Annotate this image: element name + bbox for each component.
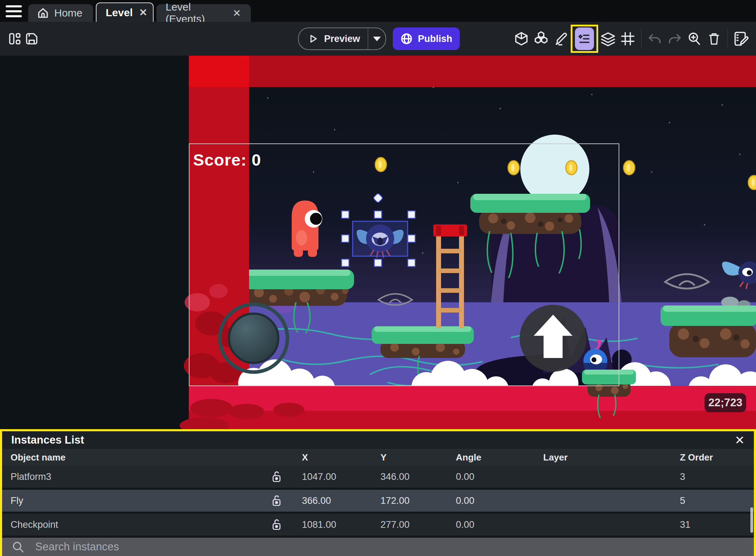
3d-box-button[interactable]	[512, 27, 531, 50]
instance-z-order[interactable]: 3	[680, 471, 754, 482]
instance-z-order[interactable]: 5	[680, 495, 754, 506]
coordinates-badge: 22;723	[705, 393, 746, 412]
grid-icon	[620, 31, 636, 47]
objects-button[interactable]	[531, 27, 551, 50]
instance-x[interactable]: 366.00	[302, 495, 380, 506]
menu-icon[interactable]	[6, 5, 22, 17]
layout-icon	[7, 31, 23, 47]
instance-x[interactable]: 1047.00	[302, 471, 380, 482]
tab-level-events[interactable]: Level (Events) ✕	[156, 4, 251, 22]
instance-angle[interactable]: 0.00	[456, 471, 543, 482]
instance-y[interactable]: 346.00	[380, 471, 456, 482]
search-input[interactable]	[35, 540, 745, 553]
jump-button[interactable]	[520, 305, 587, 372]
red-zone-wall[interactable]	[184, 56, 249, 429]
instance-angle[interactable]: 0.00	[456, 519, 543, 530]
red-zone-bottom[interactable]	[180, 386, 756, 429]
instance-name: Platform3	[2, 471, 263, 482]
platform[interactable]	[661, 297, 756, 357]
column-layer: Layer	[543, 452, 680, 463]
scrollbar[interactable]	[750, 507, 753, 533]
instances-list-icon	[575, 27, 594, 50]
column-object-name: Object name	[2, 452, 263, 463]
edit-properties-button[interactable]	[731, 27, 751, 50]
panel-title: Instances List	[11, 434, 735, 446]
table-row-platform3[interactable]: Platform3 1047.00 346.00 0.00 3	[2, 466, 754, 488]
tab-label: Level	[106, 7, 133, 19]
app-window: Home Level ✕ Level (Events) ✕	[0, 0, 756, 556]
instance-y[interactable]: 277.00	[380, 519, 456, 530]
column-angle: Angle	[456, 452, 543, 463]
cube-icon	[513, 31, 529, 47]
preview-label: Preview	[324, 33, 360, 44]
undo-icon	[647, 31, 663, 47]
publish-label: Publish	[418, 33, 452, 44]
toolbar: Preview Publish	[0, 22, 756, 56]
close-panel-icon[interactable]: ✕	[735, 434, 745, 446]
instances-list-panel: Instances List ✕ Object name X Y Angle L…	[0, 429, 756, 556]
moon[interactable]	[520, 135, 589, 204]
unlock-icon[interactable]	[263, 518, 302, 532]
tab-label: Home	[54, 7, 82, 19]
column-y: Y	[380, 452, 456, 463]
pencil-icon	[553, 31, 569, 47]
close-tab-icon[interactable]: ✕	[232, 7, 242, 19]
play-icon	[308, 33, 318, 44]
joystick-control[interactable]	[220, 304, 287, 372]
column-z-order: Z Order	[680, 452, 754, 463]
instances-table-header: Object name X Y Angle Layer Z Order	[2, 449, 754, 466]
instance-z-order[interactable]: 31	[680, 519, 754, 530]
instance-name: Fly	[2, 495, 263, 506]
undo-button[interactable]	[645, 27, 665, 50]
zoom-in-icon	[686, 31, 702, 47]
zoom-button[interactable]	[684, 27, 704, 50]
trash-icon	[706, 31, 722, 47]
toolbar-separator	[727, 29, 728, 49]
redo-icon	[667, 31, 683, 47]
notebook-edit-icon	[733, 30, 750, 47]
home-icon	[37, 7, 49, 19]
cubes-icon	[533, 30, 550, 47]
table-row-fly-selected[interactable]: Fly 366.00 172.00 0.00 5	[2, 490, 754, 512]
red-zone-top[interactable]	[189, 56, 756, 87]
layers-icon	[600, 30, 616, 47]
instance-x[interactable]: 1081.00	[302, 519, 380, 530]
panel-title-row: Instances List ✕	[2, 431, 754, 449]
edit-button[interactable]	[551, 27, 571, 50]
tab-home[interactable]: Home	[28, 4, 93, 22]
instance-y[interactable]: 172.00	[380, 495, 456, 506]
close-tab-icon[interactable]: ✕	[138, 7, 148, 18]
score-text: Score: 0	[193, 150, 261, 169]
publish-button[interactable]: Publish	[393, 27, 460, 50]
instances-rows: Platform3 1047.00 346.00 0.00 3 Fly	[2, 466, 754, 536]
toolbar-separator	[641, 29, 642, 49]
tab-label: Level (Events)	[166, 1, 227, 25]
redo-button[interactable]	[665, 27, 684, 50]
table-row-checkpoint[interactable]: Checkpoint 1081.00 277.00 0.00 31	[2, 514, 754, 536]
delete-button[interactable]	[704, 27, 724, 50]
tab-bar: Home Level ✕ Level (Events) ✕	[0, 0, 756, 22]
search-row	[2, 538, 754, 556]
toolbar-right-icons	[512, 27, 751, 50]
globe-icon	[400, 32, 413, 45]
grid-button[interactable]	[618, 27, 638, 50]
unlock-icon[interactable]	[263, 494, 302, 508]
instances-list-button-highlighted[interactable]	[571, 25, 598, 53]
search-icon	[11, 540, 25, 554]
instance-angle[interactable]: 0.00	[456, 495, 543, 506]
scene-editor-canvas[interactable]: Score: 0 22;723	[0, 56, 756, 429]
preview-options-button[interactable]	[368, 28, 385, 49]
layers-button[interactable]	[598, 27, 618, 50]
save-button[interactable]	[22, 27, 42, 50]
chevron-down-icon	[373, 37, 381, 41]
save-icon	[24, 31, 40, 47]
column-x: X	[302, 452, 380, 463]
instance-name: Checkpoint	[2, 519, 263, 530]
preview-button[interactable]: Preview	[298, 27, 386, 50]
tab-level[interactable]: Level ✕	[96, 2, 154, 22]
unlock-icon[interactable]	[263, 470, 302, 484]
